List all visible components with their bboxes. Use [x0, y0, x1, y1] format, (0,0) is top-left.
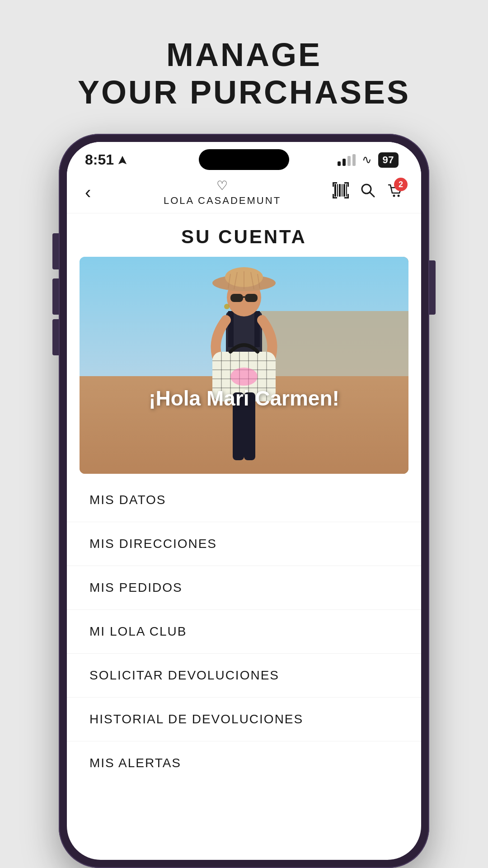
- search-button[interactable]: [360, 182, 376, 202]
- svg-rect-0: [334, 184, 336, 197]
- menu-list: MIS DATOSMIS DIRECCIONESMIS PEDIDOSMI LO…: [67, 474, 421, 860]
- menu-item-solicitar-devoluciones[interactable]: SOLICITAR DEVOLUCIONES: [67, 654, 421, 698]
- phone-screen: 8:51 ∿ 97 ‹ ♡ LOLA CASADEMUNT: [67, 142, 421, 860]
- svg-rect-5: [346, 184, 347, 197]
- svg-rect-22: [230, 294, 243, 302]
- status-bar: 8:51 ∿ 97: [67, 142, 421, 174]
- hero-greeting: ¡Hola Mari Carmen!: [149, 386, 339, 410]
- signal-icon: [338, 154, 356, 166]
- page-headline: MANAGE YOUR PURCHASES: [78, 36, 410, 111]
- battery-badge: 97: [378, 152, 399, 168]
- headline-text: MANAGE YOUR PURCHASES: [78, 36, 410, 111]
- hero-person-svg: [176, 257, 312, 474]
- svg-line-15: [370, 192, 374, 197]
- location-arrow-icon: [117, 155, 127, 165]
- nav-actions: 2: [333, 182, 403, 202]
- svg-rect-3: [342, 184, 343, 197]
- app-navbar: ‹ ♡ LOLA CASADEMUNT: [67, 174, 421, 213]
- page-title: SU CUENTA: [67, 213, 421, 257]
- cart-badge: 2: [394, 178, 408, 191]
- svg-point-17: [397, 195, 399, 197]
- menu-item-mis-datos[interactable]: MIS DATOS: [67, 478, 421, 522]
- svg-rect-9: [347, 182, 349, 187]
- svg-rect-2: [339, 184, 341, 197]
- barcode-button[interactable]: [333, 182, 349, 202]
- cart-button[interactable]: 2: [387, 182, 403, 202]
- menu-item-historial-de-devoluciones[interactable]: HISTORIAL DE DEVOLUCIONES: [67, 698, 421, 741]
- wifi-icon: ∿: [362, 153, 372, 167]
- phone-shell: 8:51 ∿ 97 ‹ ♡ LOLA CASADEMUNT: [59, 134, 429, 868]
- heart-icon: ♡: [216, 178, 228, 193]
- svg-point-43: [230, 368, 258, 386]
- svg-rect-7: [333, 182, 334, 187]
- back-button[interactable]: ‹: [85, 182, 112, 203]
- brand-name: LOLA CASADEMUNT: [164, 195, 281, 207]
- status-icons: ∿ 97: [338, 152, 399, 168]
- svg-rect-11: [333, 194, 334, 198]
- hero-image: ¡Hola Mari Carmen!: [80, 257, 408, 474]
- menu-item-mis-pedidos[interactable]: MIS PEDIDOS: [67, 566, 421, 610]
- status-time: 8:51: [85, 151, 127, 168]
- menu-item-mis-direcciones[interactable]: MIS DIRECCIONES: [67, 522, 421, 566]
- svg-rect-23: [245, 294, 258, 302]
- menu-item-mi-lola-club[interactable]: MI LOLA CLUB: [67, 610, 421, 654]
- menu-item-mis-alertas[interactable]: MIS ALERTAS: [67, 741, 421, 785]
- svg-rect-1: [337, 184, 338, 197]
- svg-rect-4: [343, 184, 345, 197]
- svg-point-46: [224, 304, 230, 309]
- nav-brand: ♡ LOLA CASADEMUNT: [164, 178, 281, 207]
- svg-rect-13: [347, 194, 349, 198]
- dynamic-island: [199, 149, 289, 170]
- svg-point-16: [393, 195, 395, 197]
